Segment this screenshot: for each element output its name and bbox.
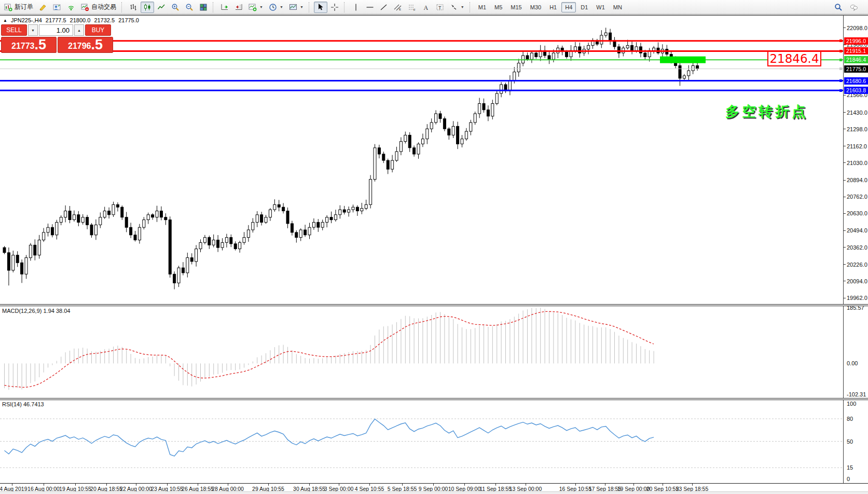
candle xyxy=(478,98,481,118)
volume-increase-button[interactable]: ▲ xyxy=(74,24,84,36)
time-axis: 14 Aug 201916 Aug 00:0019 Aug 10:5520 Au… xyxy=(0,483,868,492)
new-order-label: 新订单 xyxy=(15,3,33,11)
candle xyxy=(299,228,302,241)
quotes-button[interactable] xyxy=(36,2,50,13)
candle xyxy=(653,46,655,54)
rsi-value: 46.7413 xyxy=(23,401,44,407)
collapse-arrow-icon[interactable]: ▲ xyxy=(3,18,7,23)
panel-splitter[interactable] xyxy=(0,304,868,306)
indicators-button[interactable]: ▼ xyxy=(246,2,266,13)
timeframe-button-w1[interactable]: W1 xyxy=(593,2,609,12)
candle xyxy=(81,214,84,225)
fibonacci-tool-button[interactable]: F xyxy=(405,2,419,13)
price-axis-tick-label: 20494.0 xyxy=(847,227,867,234)
rsi-line xyxy=(5,419,654,456)
candle xyxy=(269,208,271,221)
volume-input[interactable]: 1.00 xyxy=(39,24,73,36)
candle xyxy=(321,219,324,230)
candle xyxy=(435,110,437,124)
trendline-tool-button[interactable] xyxy=(377,2,391,13)
turning-point-annotation[interactable]: 多空转折点 xyxy=(725,102,808,121)
timeframe-button-d1[interactable]: D1 xyxy=(577,2,591,12)
channel-tool-button[interactable]: E xyxy=(391,2,405,13)
candle xyxy=(452,121,454,138)
profile-icon xyxy=(53,3,61,11)
macd-axis-label: 0.00 xyxy=(847,360,858,366)
autoscroll-button[interactable] xyxy=(218,2,231,13)
templates-button[interactable]: ▼ xyxy=(286,2,306,13)
rsi-panel-chart[interactable] xyxy=(0,400,843,483)
svg-text:A: A xyxy=(423,4,428,11)
timeframe-button-h1[interactable]: H1 xyxy=(546,2,560,12)
line-chart-button[interactable] xyxy=(155,2,168,13)
candle xyxy=(448,127,450,140)
timeframe-button-m1[interactable]: M1 xyxy=(475,2,490,12)
shift-chart-button[interactable] xyxy=(232,2,245,13)
timeframe-button-h4[interactable]: H4 xyxy=(561,2,576,12)
buy-price-fraction: .5 xyxy=(91,38,103,52)
candle xyxy=(56,220,58,240)
zoom-out-button[interactable] xyxy=(183,2,196,13)
vertical-line-icon xyxy=(352,3,360,11)
timeframe-button-mn[interactable]: MN xyxy=(610,2,626,12)
macd-panel-chart[interactable] xyxy=(0,307,843,398)
vertical-line-tool-button[interactable] xyxy=(349,2,363,13)
trendline-icon xyxy=(380,3,388,11)
new-order-button[interactable]: 新订单 xyxy=(2,2,36,13)
chart-area[interactable]: 22098.021966.021566.021430.021298.021162… xyxy=(0,15,868,494)
macd-signal-line xyxy=(5,311,654,387)
candle xyxy=(282,203,285,213)
buy-price-button[interactable]: 21796 .5 xyxy=(58,37,113,53)
rsi-name: RSI(14) xyxy=(2,401,22,407)
timeframe-button-m30[interactable]: M30 xyxy=(527,2,545,12)
ohlc-low: 21732.5 xyxy=(94,17,115,23)
sell-price-button[interactable]: 21773 .5 xyxy=(1,37,57,53)
candle xyxy=(295,230,298,243)
chat-icon[interactable] xyxy=(850,3,858,11)
zoom-in-button[interactable] xyxy=(169,2,182,13)
signals-button[interactable] xyxy=(64,2,78,13)
candle xyxy=(339,205,341,219)
timeframe-button-m15[interactable]: M15 xyxy=(507,2,525,12)
bar-chart-button[interactable] xyxy=(127,2,140,13)
zoom-in-icon xyxy=(171,3,180,11)
highlight-zone[interactable] xyxy=(660,57,706,63)
candle xyxy=(112,202,115,217)
sell-button[interactable]: SELL xyxy=(1,24,27,36)
volume-decrease-button[interactable]: ▼ xyxy=(28,24,38,36)
price-chart[interactable] xyxy=(0,16,843,304)
text-label-icon: T xyxy=(436,3,444,11)
horizontal-line-tool-button[interactable] xyxy=(363,2,377,13)
profile-button[interactable] xyxy=(50,2,64,13)
periods-button[interactable]: ▼ xyxy=(266,2,286,13)
buy-button[interactable]: BUY xyxy=(85,24,111,36)
autotrading-button[interactable]: 自动交易 xyxy=(78,2,119,13)
candle xyxy=(470,120,472,135)
price-callout-label[interactable]: 21846.4 xyxy=(767,51,821,66)
price-level-label: 21996.0 xyxy=(844,37,868,45)
candle xyxy=(51,224,53,237)
candle xyxy=(103,207,106,219)
timeframe-button-m5[interactable]: M5 xyxy=(491,2,506,12)
panel-splitter[interactable] xyxy=(0,398,868,400)
arrows-tool-button[interactable]: ▼ xyxy=(447,2,467,13)
tile-windows-button[interactable] xyxy=(197,2,210,13)
candle xyxy=(609,29,612,45)
crosshair-button[interactable] xyxy=(328,2,341,13)
text-tool-button[interactable]: A xyxy=(419,2,433,13)
buy-price-main: 21796 xyxy=(68,40,91,52)
candle xyxy=(247,225,250,242)
candle xyxy=(356,205,359,216)
cursor-button[interactable] xyxy=(314,2,327,13)
candle xyxy=(252,218,254,232)
label-tool-button[interactable]: T xyxy=(433,2,447,13)
price-axis-tick-label: 21030.0 xyxy=(847,160,867,166)
toolbar-separator xyxy=(213,2,215,12)
candle xyxy=(426,124,429,144)
ohlc-open: 21777.5 xyxy=(46,17,66,23)
search-icon[interactable] xyxy=(834,3,843,11)
candle-chart-button[interactable] xyxy=(141,2,154,13)
price-axis-tick-label: 20894.0 xyxy=(847,177,867,183)
candle xyxy=(382,152,385,163)
candle xyxy=(604,28,607,37)
